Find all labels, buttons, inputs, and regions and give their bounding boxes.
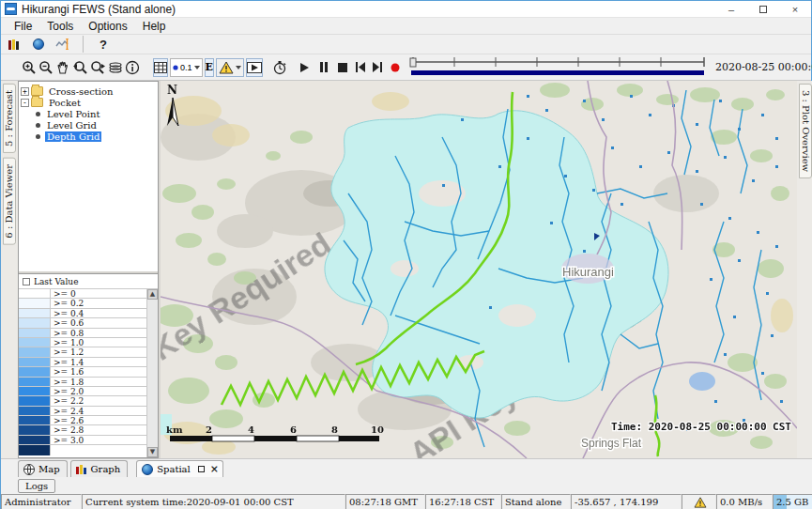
legend-row-label: >= 1.6 bbox=[51, 367, 84, 376]
grid-display-button[interactable] bbox=[153, 58, 168, 77]
legend-color-swatch bbox=[19, 347, 51, 356]
legend-row[interactable]: >= 2.2 bbox=[19, 396, 146, 406]
zoom-out-icon[interactable] bbox=[38, 58, 54, 77]
scroll-down-icon[interactable]: ▼ bbox=[147, 447, 158, 457]
layers-icon[interactable] bbox=[108, 58, 123, 77]
maximize-icon bbox=[759, 6, 767, 13]
maximize-button[interactable] bbox=[747, 1, 779, 17]
tab-close-icon[interactable]: × bbox=[210, 463, 219, 475]
zoom-in-icon[interactable] bbox=[22, 58, 37, 77]
logs-button[interactable]: Logs bbox=[18, 479, 55, 493]
menu-options[interactable]: Options bbox=[81, 18, 134, 34]
tree-node-depth-grid[interactable]: Depth Grid bbox=[21, 131, 156, 142]
record-button[interactable] bbox=[391, 58, 400, 77]
play-button[interactable] bbox=[299, 58, 310, 77]
tab-map-label: Map bbox=[38, 464, 60, 474]
status-coordinates: -35.657 , 174.199 bbox=[571, 494, 682, 509]
menu-help[interactable]: Help bbox=[135, 18, 174, 34]
legend-row[interactable]: >= 2.4 bbox=[19, 407, 146, 416]
tab-maximize-icon[interactable] bbox=[198, 466, 205, 472]
map-view[interactable]: API Key Required API Key Required bbox=[161, 81, 797, 458]
right-tab-strip: 3 : Plot Overview bbox=[797, 81, 812, 458]
legend-row[interactable]: >= 0.8 bbox=[19, 329, 146, 338]
help-icon[interactable]: ? bbox=[94, 35, 113, 54]
timer-clock-icon[interactable] bbox=[272, 58, 287, 77]
legend-row-label: >= 2.2 bbox=[51, 396, 84, 405]
tab-graph[interactable]: Graph bbox=[70, 460, 129, 477]
legend-row[interactable]: >= 3.0 bbox=[19, 436, 146, 445]
vertical-scale-button[interactable]: E bbox=[205, 58, 214, 77]
tree-node-label: Level Grid bbox=[45, 120, 99, 131]
legend-row-label: >= 2.4 bbox=[51, 407, 84, 415]
legend-class-list: >= 0 >= 0.2 >= 0.4 >= 0.6 >= 0.8 >= 1.0 … bbox=[19, 289, 146, 457]
legend-color-swatch bbox=[19, 396, 51, 405]
zoom-previous-icon[interactable] bbox=[72, 58, 88, 77]
tree-node-label: Pocket bbox=[47, 98, 83, 108]
timeseries-chart-icon[interactable] bbox=[54, 35, 72, 54]
legend-row[interactable]: >= 1.2 bbox=[19, 347, 146, 357]
pause-button[interactable] bbox=[319, 58, 329, 77]
legend-row-label: >= 1.0 bbox=[51, 338, 84, 347]
tab-spatial[interactable]: Spatial × bbox=[136, 460, 223, 477]
globe-wire-icon bbox=[23, 464, 35, 475]
tree-node-pocket[interactable]: - Pocket bbox=[21, 97, 156, 108]
expander-icon[interactable]: + bbox=[21, 87, 29, 96]
legend-row[interactable]: >= 2.0 bbox=[19, 387, 146, 396]
tab-spatial-label: Spatial bbox=[157, 464, 191, 474]
legend-row[interactable]: >= 2.8 bbox=[19, 425, 146, 435]
zoom-next-icon[interactable] bbox=[90, 58, 106, 77]
minimize-button[interactable]: – bbox=[715, 1, 747, 17]
legend-color-swatch bbox=[19, 416, 51, 424]
tree-node-cross-section[interactable]: + Cross-section bbox=[21, 85, 156, 97]
contour-interval-value: 0.1 bbox=[180, 63, 192, 72]
tab-map[interactable]: Map bbox=[18, 460, 68, 477]
legend-row[interactable]: >= 1.6 bbox=[19, 367, 146, 377]
legend-row-label: >= 0 bbox=[51, 289, 76, 298]
step-forward-button[interactable] bbox=[372, 58, 383, 77]
database-bars-icon[interactable] bbox=[5, 35, 23, 54]
main-toolbar: ? bbox=[1, 35, 811, 54]
time-slider-handle[interactable] bbox=[410, 58, 416, 67]
tab-plot-overview[interactable]: 3 : Plot Overview bbox=[799, 84, 812, 178]
pan-hand-icon[interactable] bbox=[55, 58, 70, 77]
legend-row[interactable]: >= 0 bbox=[19, 289, 146, 299]
legend-row[interactable]: >= 1.4 bbox=[19, 358, 146, 367]
legend-color-swatch bbox=[19, 425, 51, 434]
overview-progress-bar bbox=[411, 70, 704, 75]
expander-icon[interactable]: - bbox=[21, 99, 29, 107]
status-system-time: Current system time:2020-09-01 00:00 CST bbox=[82, 494, 345, 509]
status-transfer-rate: 0.0 MB/s bbox=[716, 494, 773, 509]
scroll-up-icon[interactable]: ▲ bbox=[147, 289, 158, 300]
map-globe-icon[interactable] bbox=[29, 35, 48, 54]
scale-tick-label: 8 bbox=[331, 424, 338, 435]
warning-dropdown[interactable] bbox=[216, 58, 244, 77]
info-icon[interactable] bbox=[125, 58, 140, 77]
legend-row-label: >= 2.8 bbox=[51, 425, 84, 434]
tree-node-level-grid[interactable]: Level Grid bbox=[21, 119, 156, 131]
close-button[interactable]: × bbox=[779, 1, 811, 17]
contour-interval-dropdown[interactable]: 0.1 bbox=[170, 58, 203, 77]
legend-row[interactable]: >= 0.2 bbox=[19, 299, 146, 308]
menu-tools[interactable]: Tools bbox=[39, 18, 81, 34]
status-warning-cell[interactable] bbox=[682, 494, 716, 509]
legend-row[interactable]: >= 1.8 bbox=[19, 378, 146, 387]
tree-node-level-point[interactable]: Level Point bbox=[21, 108, 156, 119]
legend-row[interactable]: >= 1.0 bbox=[19, 338, 146, 347]
status-bar: Administrator Current system time:2020-0… bbox=[1, 494, 812, 509]
menu-file[interactable]: File bbox=[7, 18, 39, 34]
time-slider[interactable] bbox=[409, 54, 708, 81]
legend-row[interactable]: >= 0.6 bbox=[19, 318, 146, 328]
place-label: Springs Flat bbox=[581, 437, 642, 450]
legend-row[interactable]: >= 2.6 bbox=[19, 416, 146, 425]
last-value-label: Last Value bbox=[34, 277, 78, 286]
step-back-button[interactable] bbox=[355, 58, 366, 77]
last-value-checkbox[interactable] bbox=[23, 278, 30, 285]
legend-row[interactable]: >= 0.4 bbox=[19, 309, 146, 318]
tab-data-viewer[interactable]: 6 : Data Viewer bbox=[3, 158, 16, 245]
stop-button[interactable] bbox=[338, 58, 347, 77]
tab-forecast[interactable]: 5 : Forecast bbox=[3, 84, 16, 153]
bullet-icon bbox=[36, 123, 40, 128]
legend-scrollbar[interactable]: ▲ ▼ bbox=[146, 289, 158, 457]
scale-tick-label: 4 bbox=[248, 424, 254, 435]
animation-play-button[interactable] bbox=[246, 58, 263, 77]
